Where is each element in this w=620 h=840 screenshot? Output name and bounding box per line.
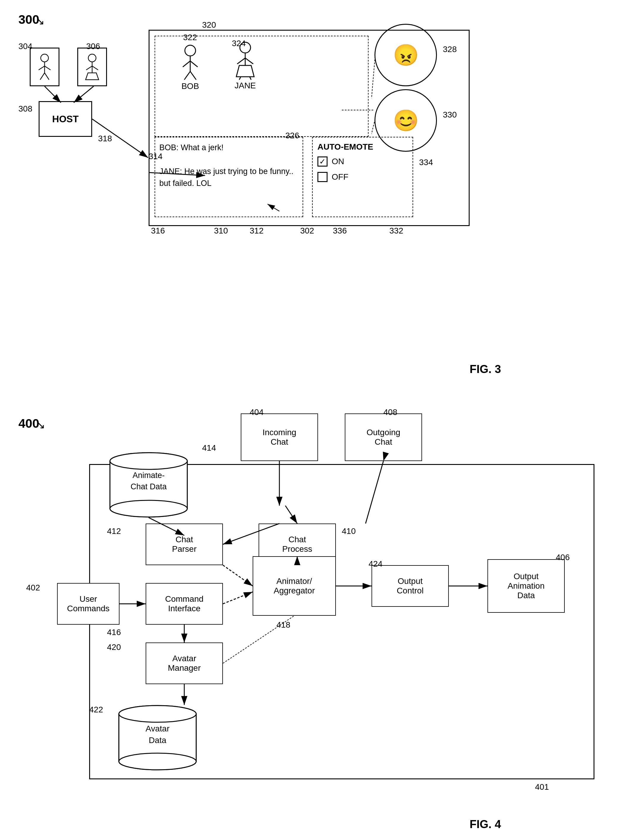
svg-line-16 (45, 66, 51, 70)
svg-line-17 (40, 73, 45, 80)
svg-point-50 (119, 753, 196, 770)
bob-label: BOB (181, 81, 199, 91)
fig3-auto-emote-box: AUTO-EMOTE ✓ ON OFF (312, 137, 413, 217)
fig4-command-interface: CommandInterface (146, 583, 223, 624)
fig4-num-401: 401 (535, 782, 549, 792)
avatar-data-label: AvatarData (116, 723, 199, 746)
on-checkbox[interactable]: ✓ (318, 157, 328, 167)
fig4-num-414: 414 (202, 443, 216, 453)
fig4-animate-chat-cylinder: Animate-Chat Data (107, 452, 190, 517)
fig3-arrow-indicator: ↘ (36, 15, 45, 27)
svg-line-21 (86, 66, 92, 70)
svg-line-8 (237, 58, 245, 64)
svg-line-27 (74, 86, 93, 103)
fig3-num-308: 308 (18, 104, 32, 114)
fig3-num-336: 336 (333, 226, 347, 235)
fig3-chat-text2: JANE: He was just trying to be funny.. b… (159, 165, 298, 190)
svg-point-49 (119, 706, 196, 722)
animate-chat-label: Animate-Chat Data (107, 470, 190, 493)
fig3-num-304: 304 (18, 42, 32, 51)
svg-point-19 (88, 54, 96, 62)
fig4-num-420: 420 (107, 642, 121, 652)
fig3-num-316: 316 (151, 226, 165, 235)
fig4-output-control: OutputControl (372, 565, 449, 607)
svg-point-41 (110, 453, 187, 469)
svg-line-4 (184, 71, 190, 80)
off-label: OFF (332, 172, 348, 182)
fig3-num-322: 322 (183, 33, 197, 42)
fig3-num-310: 310 (214, 226, 228, 235)
user2-icon (83, 54, 101, 80)
fig4-num-402: 402 (26, 583, 40, 593)
fig4-incoming-chat: IncomingChat (241, 413, 318, 461)
fig4-num-406: 406 (556, 553, 570, 562)
fig4-num-404: 404 (250, 407, 263, 417)
svg-line-5 (190, 71, 196, 80)
svg-point-0 (185, 45, 196, 56)
svg-line-15 (39, 66, 45, 70)
fig3-title: FIG. 3 (470, 363, 501, 376)
svg-point-42 (110, 500, 187, 517)
off-checkbox[interactable] (318, 172, 328, 182)
jane-label: JANE (235, 81, 256, 90)
fig3-num-334: 334 (419, 158, 433, 167)
bob-person-icon (178, 45, 202, 80)
fig4-avatar-data-cylinder: AvatarData (116, 705, 199, 771)
svg-point-6 (240, 42, 251, 53)
fig4-num-410: 410 (342, 526, 356, 536)
fig3-user1-box (30, 48, 59, 86)
fig3-chat-text1: BOB: What a jerk! (159, 142, 298, 154)
fig3-num-318: 318 (98, 134, 112, 143)
fig4-chat-parser: ChatParser (146, 523, 223, 565)
fig4-avatar-manager: AvatarManager (146, 642, 223, 684)
fig4-title: FIG. 4 (470, 818, 501, 831)
fig3-num-312: 312 (250, 226, 263, 235)
svg-line-3 (190, 61, 198, 67)
fig4-num-412: 412 (107, 526, 121, 536)
fig4-output-animation-data: OutputAnimationData (488, 559, 565, 613)
auto-emote-title: AUTO-EMOTE (318, 142, 408, 152)
fig4-num-418: 418 (277, 620, 290, 630)
fig3-num-320: 320 (202, 20, 216, 30)
fig3-angry-face: 😠 (375, 24, 437, 86)
svg-marker-10 (236, 65, 254, 77)
fig3-num-306: 306 (86, 42, 100, 51)
fig3-user2-box (77, 48, 107, 86)
svg-point-13 (41, 54, 48, 62)
fig3-num-332: 332 (389, 226, 403, 235)
svg-line-26 (45, 86, 61, 103)
fig4-num-424: 424 (369, 559, 382, 569)
jane-person-icon (232, 42, 259, 80)
fig3-num-302: 302 (300, 226, 314, 235)
fig4-user-commands: UserCommands (57, 583, 119, 624)
fig3-host-box: HOST (39, 101, 92, 137)
fig3-chat-box: BOB: What a jerk! JANE: He was just tryi… (155, 137, 303, 217)
fig4-num-408: 408 (384, 407, 397, 417)
fig4-animator-aggregator: Animator/Aggregator (253, 556, 336, 616)
fig4-num-422: 422 (89, 705, 103, 715)
fig4-outgoing-chat: OutgoingChat (345, 413, 422, 461)
fig4-arrow-indicator: ↘ (36, 419, 45, 431)
svg-line-22 (92, 66, 98, 70)
fig3-num-328: 328 (443, 45, 457, 54)
on-label: ON (332, 157, 344, 166)
user1-icon (36, 54, 54, 80)
svg-line-18 (45, 73, 49, 80)
fig4-num-416: 416 (107, 627, 121, 637)
fig3-bob-avatar: BOB (178, 45, 202, 91)
svg-marker-23 (86, 73, 99, 80)
fig3-num-330: 330 (443, 110, 457, 119)
svg-line-9 (245, 58, 253, 64)
fig3-jane-avatar: JANE (232, 42, 259, 90)
svg-line-2 (183, 61, 190, 67)
